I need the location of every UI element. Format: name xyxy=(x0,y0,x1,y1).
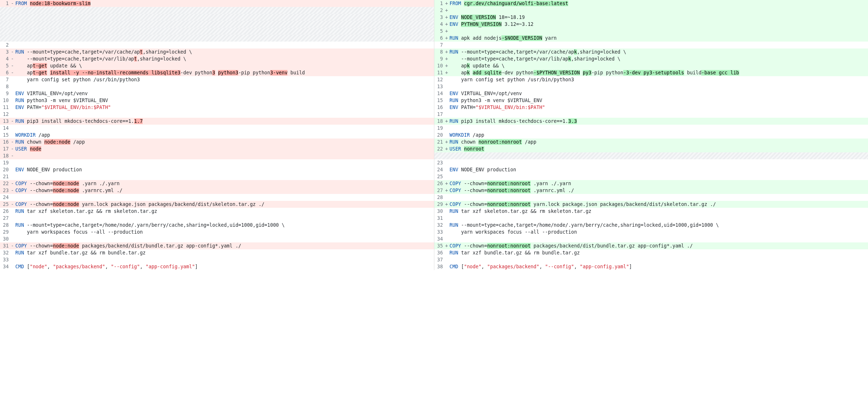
diff-marker: - xyxy=(10,0,15,7)
diff-line[interactable]: 10+ apk update && \ xyxy=(434,62,868,69)
diff-line[interactable]: 6+RUN apk add nodejs-$NODE_VERSION yarn xyxy=(434,35,868,42)
line-number: 5 xyxy=(434,28,445,35)
diff-line[interactable]: 32 RUN tar xzf bundle.tar.gz && rm bundl… xyxy=(0,249,434,256)
diff-line[interactable]: 25 xyxy=(434,173,868,180)
diff-line[interactable]: 27+COPY --chown=nonroot:nonroot .yarnrc.… xyxy=(434,187,868,194)
diff-line[interactable]: 3-RUN --mount=type=cache,target=/var/cac… xyxy=(0,48,434,55)
line-number: 3 xyxy=(434,14,445,21)
diff-line[interactable]: 9 ENV VIRTUAL_ENV=/opt/venv xyxy=(0,90,434,97)
diff-line[interactable]: 12 xyxy=(0,111,434,118)
diff-line[interactable]: 15 WORKDIR /app xyxy=(0,132,434,139)
diff-line[interactable]: 14 xyxy=(0,125,434,132)
code-content xyxy=(449,125,868,132)
diff-line[interactable]: 26 RUN tar xzf skeleton.tar.gz && rm ske… xyxy=(0,208,434,215)
diff-line[interactable]: 19 xyxy=(0,159,434,166)
diff-line[interactable]: 2+ xyxy=(434,7,868,14)
diff-line[interactable]: 34 CMD ["node", "packages/backend", "--c… xyxy=(0,263,434,270)
line-number: 31 xyxy=(434,215,445,222)
diff-line[interactable]: 21+RUN chown nonroot:nonroot /app xyxy=(434,139,868,145)
diff-line[interactable]: 17 xyxy=(434,111,868,118)
diff-line[interactable]: 22+USER nonroot xyxy=(434,145,868,152)
diff-line[interactable]: 18- xyxy=(0,152,434,159)
diff-line[interactable]: 1-FROM node:18-bookworm-slim xyxy=(0,0,434,7)
diff-line[interactable]: 23-COPY --chown=node:node .yarnrc.yml ./ xyxy=(0,187,434,194)
diff-line[interactable]: 4+ENV PYTHON_VERSION 3.12=~3.12 xyxy=(434,21,868,28)
diff-line[interactable]: 14 ENV VIRTUAL_ENV=/opt/venv xyxy=(434,90,868,97)
code-content xyxy=(449,111,868,118)
diff-line[interactable]: 28 RUN --mount=type=cache,target=/home/n… xyxy=(0,222,434,229)
diff-line[interactable]: 12 yarn config set python /usr/bin/pytho… xyxy=(434,76,868,83)
diff-marker: + xyxy=(445,62,449,69)
diff-line[interactable]: 23 xyxy=(434,159,868,166)
diff-line[interactable]: 11 ENV PATH="$VIRTUAL_ENV/bin:$PATH" xyxy=(0,104,434,111)
diff-line[interactable]: 26+COPY --chown=nonroot:nonroot .yarn ./… xyxy=(434,180,868,187)
diff-line[interactable]: 16-RUN chown node:node /app xyxy=(0,139,434,145)
diff-marker: + xyxy=(445,69,449,76)
diff-line[interactable]: 24 ENV NODE_ENV production xyxy=(434,166,868,173)
diff-line[interactable] xyxy=(434,152,868,159)
diff-line[interactable]: 16 ENV PATH="$VIRTUAL_ENV/bin:$PATH" xyxy=(434,104,868,111)
diff-line[interactable]: 9+ --mount=type=cache,target=/var/lib/ap… xyxy=(434,55,868,62)
diff-line[interactable]: 32 RUN --mount=type=cache,target=/home/n… xyxy=(434,222,868,229)
code-content xyxy=(449,256,868,263)
diff-pane-right[interactable]: 1+FROM cgr.dev/chainguard/wolfi-base:lat… xyxy=(434,0,868,270)
diff-line[interactable]: 37 xyxy=(434,256,868,263)
diff-line[interactable]: 17-USER node xyxy=(0,145,434,152)
diff-line[interactable]: 22-COPY --chown=node:node .yarn ./.yarn xyxy=(0,180,434,187)
diff-line[interactable]: 30 xyxy=(0,235,434,242)
diff-marker: + xyxy=(445,7,449,14)
line-number: 26 xyxy=(434,180,445,187)
diff-line[interactable]: 1+FROM cgr.dev/chainguard/wolfi-base:lat… xyxy=(434,0,868,7)
diff-line[interactable]: 13-RUN pip3 install mkdocs-techdocs-core… xyxy=(0,118,434,125)
diff-line[interactable]: 31 xyxy=(434,215,868,222)
diff-pane-left[interactable]: 1-FROM node:18-bookworm-slim 2 3-RUN --m… xyxy=(0,0,434,270)
code-content xyxy=(15,152,434,159)
diff-line[interactable]: 30 RUN tar xzf skeleton.tar.gz && rm ske… xyxy=(434,208,868,215)
diff-line[interactable]: 13 xyxy=(434,83,868,90)
diff-line[interactable]: 20 WORKDIR /app xyxy=(434,132,868,139)
diff-line[interactable]: 18+RUN pip3 install mkdocs-techdocs-core… xyxy=(434,118,868,125)
diff-line[interactable]: 15 RUN python3 -m venv $VIRTUAL_ENV xyxy=(434,97,868,104)
diff-line[interactable]: 24 xyxy=(0,194,434,201)
line-number: 18 xyxy=(0,152,10,159)
diff-line[interactable]: 11+ apk add sqlite-dev python-$PYTHON_VE… xyxy=(434,69,868,76)
diff-marker xyxy=(445,194,449,201)
code-content xyxy=(15,215,434,222)
diff-line[interactable]: 29+COPY --chown=nonroot:nonroot yarn.loc… xyxy=(434,201,868,208)
diff-line[interactable] xyxy=(0,35,434,42)
diff-line[interactable]: 27 xyxy=(0,215,434,222)
diff-line[interactable]: 33 xyxy=(0,256,434,263)
diff-line[interactable]: 21 xyxy=(0,173,434,180)
diff-line[interactable]: 3+ENV NODE_VERSION 18=~18.19 xyxy=(434,14,868,21)
diff-line[interactable] xyxy=(0,28,434,35)
diff-line[interactable]: 4- --mount=type=cache,target=/var/lib/ap… xyxy=(0,55,434,62)
diff-line[interactable]: 31-COPY --chown=node:node packages/backe… xyxy=(0,242,434,249)
diff-line[interactable]: 25-COPY --chown=node:node yarn.lock pack… xyxy=(0,201,434,208)
diff-line[interactable]: 5- apt-get update && \ xyxy=(0,62,434,69)
diff-line[interactable]: 35+COPY --chown=nonroot:nonroot packages… xyxy=(434,242,868,249)
diff-line[interactable]: 29 yarn workspaces focus --all --product… xyxy=(0,229,434,235)
diff-line[interactable]: 10 RUN python3 -m venv $VIRTUAL_ENV xyxy=(0,97,434,104)
diff-line[interactable]: 28 xyxy=(434,194,868,201)
diff-line[interactable] xyxy=(0,21,434,28)
diff-line[interactable]: 2 xyxy=(0,42,434,48)
diff-line[interactable]: 8+RUN --mount=type=cache,target=/var/cac… xyxy=(434,48,868,55)
diff-line[interactable]: 6- apt-get install -y --no-install-recom… xyxy=(0,69,434,76)
line-number: 15 xyxy=(434,97,445,104)
diff-line[interactable]: 5+ xyxy=(434,28,868,35)
diff-line[interactable]: 33 yarn workspaces focus --all --product… xyxy=(434,229,868,235)
diff-line[interactable]: 7 xyxy=(434,42,868,48)
diff-line[interactable]: 8 xyxy=(0,83,434,90)
diff-line[interactable] xyxy=(0,14,434,21)
diff-marker xyxy=(10,249,15,256)
diff-line[interactable]: 34 xyxy=(434,235,868,242)
code-content xyxy=(15,256,434,263)
diff-line[interactable]: 38 CMD ["node", "packages/backend", "--c… xyxy=(434,263,868,270)
diff-line[interactable]: 7 yarn config set python /usr/bin/python… xyxy=(0,76,434,83)
line-number: 33 xyxy=(434,229,445,235)
diff-line[interactable]: 36 RUN tar xzf bundle.tar.gz && rm bundl… xyxy=(434,249,868,256)
diff-line[interactable]: 20 ENV NODE_ENV production xyxy=(0,166,434,173)
diff-line[interactable] xyxy=(0,7,434,14)
code-content: RUN python3 -m venv $VIRTUAL_ENV xyxy=(449,97,868,104)
diff-line[interactable]: 19 xyxy=(434,125,868,132)
